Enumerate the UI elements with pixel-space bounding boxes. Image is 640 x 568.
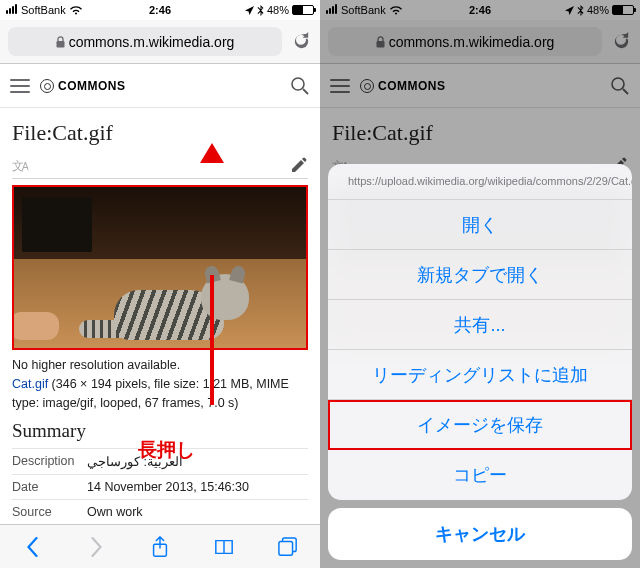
svg-rect-8 [376, 41, 384, 48]
tool-row: 文A [12, 152, 308, 179]
battery-icon [292, 5, 314, 15]
left-screenshot: SoftBank 2:46 48% commons.m.wikimedia.or… [0, 0, 320, 568]
url-text: commons.m.wikimedia.org [389, 34, 555, 50]
svg-rect-7 [279, 541, 293, 555]
bookmarks-button[interactable] [211, 534, 237, 560]
safari-toolbar [0, 524, 320, 568]
site-header: COMMONS [320, 64, 640, 108]
svg-line-10 [623, 89, 628, 94]
table-row: SourceOwn work [12, 499, 308, 524]
sheet-url: https://upload.wikimedia.org/wikipedia/c… [328, 164, 632, 200]
sheet-save-image[interactable]: イメージを保存 [328, 400, 632, 450]
url-bar: commons.m.wikimedia.org [320, 20, 640, 64]
sheet-copy[interactable]: コピー [328, 450, 632, 500]
menu-button [330, 79, 350, 93]
file-caption: No higher resolution available. Cat.gif … [12, 356, 308, 412]
forward-button[interactable] [83, 534, 109, 560]
menu-button[interactable] [10, 79, 30, 93]
no-higher-text: No higher resolution available. [12, 358, 180, 372]
page-title: File:Cat.gif [332, 120, 628, 146]
svg-line-2 [303, 89, 308, 94]
battery-icon [612, 5, 634, 15]
longpress-label-annotation: 長押し [138, 437, 195, 463]
action-sheet: https://upload.wikimedia.org/wikipedia/c… [328, 164, 632, 560]
site-logo: COMMONS [360, 79, 446, 93]
svg-point-1 [292, 78, 304, 90]
table-row: Date14 November 2013, 15:46:30 [12, 474, 308, 499]
address-field[interactable]: commons.m.wikimedia.org [8, 27, 282, 56]
address-field: commons.m.wikimedia.org [328, 27, 602, 56]
share-button[interactable] [147, 534, 173, 560]
sheet-share[interactable]: 共有... [328, 300, 632, 350]
site-header: COMMONS [0, 64, 320, 108]
status-bar: SoftBank 2:46 48% [320, 0, 640, 20]
sheet-reading-list[interactable]: リーディングリストに追加 [328, 350, 632, 400]
logo-text: COMMONS [58, 79, 126, 93]
clock: 2:46 [0, 4, 320, 16]
reload-button[interactable] [290, 31, 312, 53]
svg-point-9 [612, 78, 624, 90]
svg-rect-0 [56, 41, 64, 48]
file-meta: (346 × 194 pixels, file size: 1.21 MB, M… [12, 377, 289, 410]
commons-logo-icon [40, 79, 54, 93]
translate-icon[interactable]: 文A [12, 157, 32, 173]
lock-icon [376, 36, 385, 48]
tabs-button[interactable] [275, 534, 301, 560]
lock-icon [56, 36, 65, 48]
right-screenshot: SoftBank 2:46 48% commons.m.wikimedia.or… [320, 0, 640, 568]
sheet-cancel[interactable]: キャンセル [328, 508, 632, 560]
site-logo[interactable]: COMMONS [40, 79, 126, 93]
svg-text:A: A [22, 161, 29, 172]
reload-button [610, 31, 632, 53]
url-bar: commons.m.wikimedia.org [0, 20, 320, 64]
edit-icon[interactable] [290, 156, 308, 174]
url-text: commons.m.wikimedia.org [69, 34, 235, 50]
sheet-open[interactable]: 開く [328, 200, 632, 250]
file-image[interactable] [12, 185, 308, 350]
clock: 2:46 [320, 4, 640, 16]
search-button [610, 76, 630, 96]
back-button[interactable] [19, 534, 45, 560]
status-bar: SoftBank 2:46 48% [0, 0, 320, 20]
search-button[interactable] [290, 76, 310, 96]
sheet-open-new-tab[interactable]: 新規タブで開く [328, 250, 632, 300]
page-content: File:Cat.gif 文A No higher resolution ava… [0, 108, 320, 532]
page-title: File:Cat.gif [12, 120, 308, 146]
file-link[interactable]: Cat.gif [12, 377, 48, 391]
